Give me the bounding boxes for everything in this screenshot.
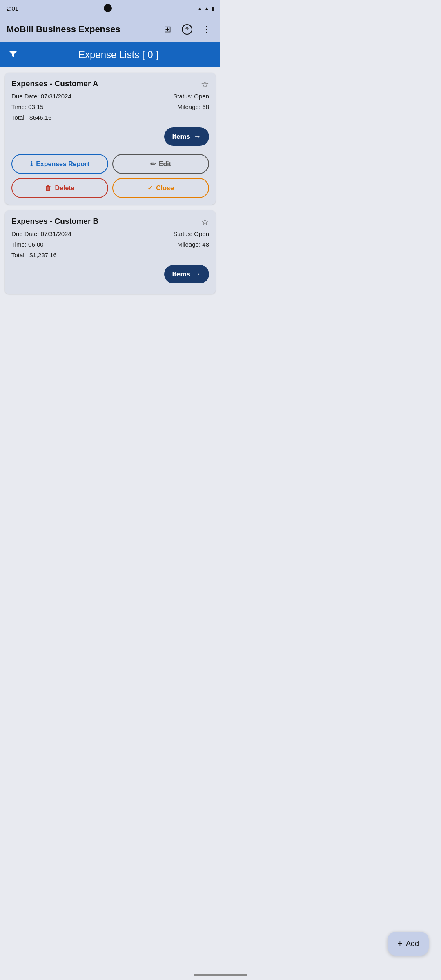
calculator-icon: ⊞ bbox=[164, 24, 171, 35]
card-a-time: Time: 03:15 bbox=[11, 102, 109, 112]
card-a-items-button[interactable]: Items → bbox=[164, 127, 209, 146]
signal-icon: ▲ bbox=[204, 5, 209, 11]
card-a-title: Expenses - Customer A bbox=[11, 79, 98, 88]
status-icons: ▲ ▲ ▮ bbox=[197, 5, 214, 11]
camera-indicator bbox=[104, 4, 112, 12]
card-b-time: Time: 06:00 bbox=[11, 240, 109, 249]
help-icon: ? bbox=[182, 24, 192, 35]
calculator-button[interactable]: ⊞ bbox=[160, 22, 175, 37]
card-b-star[interactable]: ☆ bbox=[201, 217, 209, 227]
app-bar: MoBill Business Expenses ⊞ ? ⋮ bbox=[0, 16, 220, 42]
close-check-icon: ✓ bbox=[147, 184, 153, 192]
help-button[interactable]: ? bbox=[180, 22, 194, 37]
card-a-mileage: Mileage: 68 bbox=[112, 102, 209, 112]
card-a-due-date: Due Date: 07/31/2024 bbox=[11, 91, 109, 101]
card-a-close-label: Close bbox=[156, 185, 174, 192]
card-a-header: Expenses - Customer A ☆ bbox=[11, 79, 209, 90]
filter-icon[interactable] bbox=[8, 49, 18, 61]
battery-icon: ▮ bbox=[211, 5, 214, 11]
info-icon: ℹ bbox=[30, 160, 33, 168]
filter-title: Expense Lists [ 0 ] bbox=[24, 49, 212, 60]
filter-bar: Expense Lists [ 0 ] bbox=[0, 42, 220, 67]
card-b-status: Status: Open bbox=[112, 229, 209, 239]
card-a-close-button[interactable]: ✓ Close bbox=[112, 178, 209, 198]
card-a-edit-label: Edit bbox=[159, 160, 171, 168]
delete-icon: 🗑 bbox=[45, 185, 51, 192]
status-bar: 2:01 ▲ ▲ ▮ bbox=[0, 0, 220, 16]
card-a-actions: ℹ Expenses Report ✏ Edit 🗑 Delete ✓ Clos… bbox=[11, 154, 209, 198]
app-title: MoBill Business Expenses bbox=[7, 24, 155, 35]
card-a-delete-button[interactable]: 🗑 Delete bbox=[11, 178, 108, 198]
card-b-title: Expenses - Customer B bbox=[11, 217, 98, 226]
more-icon: ⋮ bbox=[202, 24, 211, 35]
card-a-items-label: Items bbox=[172, 133, 190, 141]
card-a-total: Total : $646.16 bbox=[11, 113, 109, 122]
status-time: 2:01 bbox=[7, 5, 18, 12]
card-a-expenses-report-label: Expenses Report bbox=[36, 160, 89, 168]
edit-icon: ✏ bbox=[150, 160, 156, 168]
card-b-details: Due Date: 07/31/2024 Status: Open Time: … bbox=[11, 229, 209, 260]
expense-card-a: Expenses - Customer A ☆ Due Date: 07/31/… bbox=[5, 73, 216, 205]
expense-list: Expenses - Customer A ☆ Due Date: 07/31/… bbox=[0, 67, 220, 335]
card-a-edit-button[interactable]: ✏ Edit bbox=[112, 154, 209, 174]
status-center bbox=[104, 4, 112, 12]
card-a-items-row: Items → bbox=[11, 127, 209, 150]
wifi-icon: ▲ bbox=[197, 5, 203, 11]
arrow-right-icon: → bbox=[194, 132, 201, 141]
card-b-total: Total : $1,237.16 bbox=[11, 250, 109, 260]
arrow-right-icon-b: → bbox=[194, 270, 201, 278]
card-b-items-row: Items → bbox=[11, 265, 209, 287]
card-a-details: Due Date: 07/31/2024 Status: Open Time: … bbox=[11, 91, 209, 122]
card-a-status: Status: Open bbox=[112, 91, 209, 101]
card-a-expenses-report-button[interactable]: ℹ Expenses Report bbox=[11, 154, 108, 174]
card-b-items-button[interactable]: Items → bbox=[164, 265, 209, 283]
card-b-header: Expenses - Customer B ☆ bbox=[11, 217, 209, 227]
expense-card-b: Expenses - Customer B ☆ Due Date: 07/31/… bbox=[5, 210, 216, 294]
card-b-items-label: Items bbox=[172, 270, 190, 278]
card-a-delete-label: Delete bbox=[55, 185, 74, 192]
card-a-star[interactable]: ☆ bbox=[201, 79, 209, 90]
more-options-button[interactable]: ⋮ bbox=[199, 22, 214, 37]
card-b-due-date: Due Date: 07/31/2024 bbox=[11, 229, 109, 239]
card-b-mileage: Mileage: 48 bbox=[112, 240, 209, 249]
